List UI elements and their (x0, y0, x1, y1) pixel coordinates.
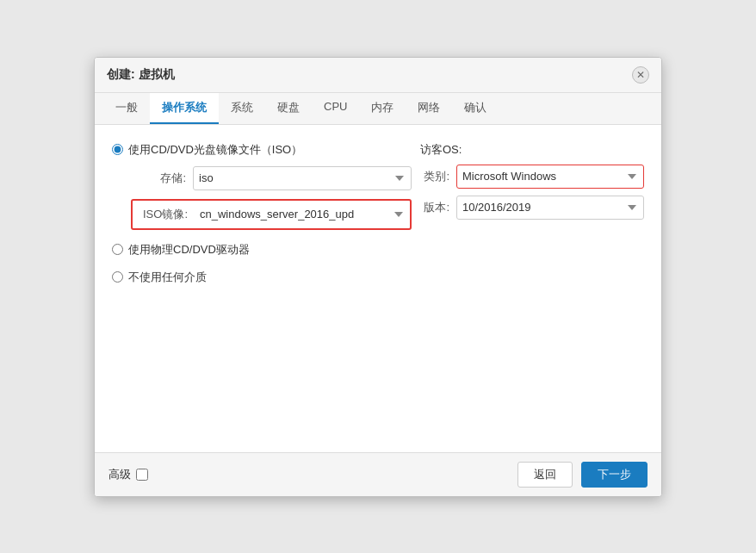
guest-os-form: 类别: Microsoft Windows 版本: 10/2016/2019 (420, 165, 644, 220)
iso-option-section: 使用CD/DVD光盘镜像文件（ISO） 存储: iso ISO镜像: (112, 142, 412, 230)
version-label: 版本: (420, 200, 456, 215)
tab-memory[interactable]: 内存 (359, 93, 406, 124)
version-select-wrap: 10/2016/2019 (456, 196, 644, 220)
no-media-option-section: 不使用任何介质 (112, 270, 412, 285)
iso-radio[interactable] (112, 144, 123, 155)
advanced-label: 高级 (108, 467, 131, 482)
dialog-body: 使用CD/DVD光盘镜像文件（ISO） 存储: iso ISO镜像: (95, 125, 661, 452)
iso-options: 存储: iso ISO镜像: cn_windows_server_2016_up… (131, 166, 412, 230)
tab-confirm[interactable]: 确认 (452, 93, 499, 124)
back-button[interactable]: 返回 (517, 462, 573, 488)
close-button[interactable]: ✕ (632, 66, 649, 84)
tab-disk[interactable]: 硬盘 (265, 93, 312, 124)
advanced-checkbox[interactable] (136, 469, 148, 481)
iso-radio-label[interactable]: 使用CD/DVD光盘镜像文件（ISO） (112, 142, 412, 158)
version-select[interactable]: 10/2016/2019 (456, 196, 644, 220)
version-row: 版本: 10/2016/2019 (420, 196, 644, 220)
no-media-radio-label[interactable]: 不使用任何介质 (112, 270, 412, 285)
main-content: 使用CD/DVD光盘镜像文件（ISO） 存储: iso ISO镜像: (112, 142, 644, 297)
tab-os[interactable]: 操作系统 (150, 93, 219, 124)
dialog-footer: 高级 返回 下一步 (95, 452, 661, 496)
category-row: 类别: Microsoft Windows (420, 165, 644, 189)
category-label: 类别: (420, 169, 456, 184)
iso-label: ISO镜像: (133, 207, 195, 222)
physical-option-section: 使用物理CD/DVD驱动器 (112, 242, 412, 258)
tab-cpu[interactable]: CPU (312, 93, 359, 124)
create-vm-dialog: 创建: 虚拟机 ✕ 一般 操作系统 系统 硬盘 CPU 内存 网络 确认 使用C… (94, 57, 662, 497)
dialog-title: 创建: 虚拟机 (107, 67, 175, 83)
category-select[interactable]: Microsoft Windows (456, 165, 644, 189)
no-media-radio[interactable] (112, 271, 123, 283)
physical-radio-label[interactable]: 使用物理CD/DVD驱动器 (112, 242, 412, 258)
next-button[interactable]: 下一步 (581, 462, 648, 488)
tab-general[interactable]: 一般 (103, 93, 150, 124)
footer-left: 高级 (108, 467, 148, 482)
storage-row: 存储: iso (131, 166, 412, 190)
tab-network[interactable]: 网络 (406, 93, 452, 124)
physical-radio[interactable] (112, 244, 123, 255)
storage-select[interactable]: iso (193, 166, 412, 190)
right-panel: 访客OS: 类别: Microsoft Windows 版本: (420, 142, 644, 297)
iso-select[interactable]: cn_windows_server_2016_upd (195, 202, 410, 227)
iso-highlighted-row: ISO镜像: cn_windows_server_2016_upd (131, 199, 412, 230)
storage-label: 存储: (131, 171, 193, 186)
tab-bar: 一般 操作系统 系统 硬盘 CPU 内存 网络 确认 (95, 93, 661, 125)
tab-system[interactable]: 系统 (219, 93, 265, 124)
left-panel: 使用CD/DVD光盘镜像文件（ISO） 存储: iso ISO镜像: (112, 142, 412, 297)
category-select-wrap: Microsoft Windows (456, 165, 644, 189)
guest-os-title: 访客OS: (420, 142, 644, 158)
dialog-header: 创建: 虚拟机 ✕ (95, 58, 661, 93)
